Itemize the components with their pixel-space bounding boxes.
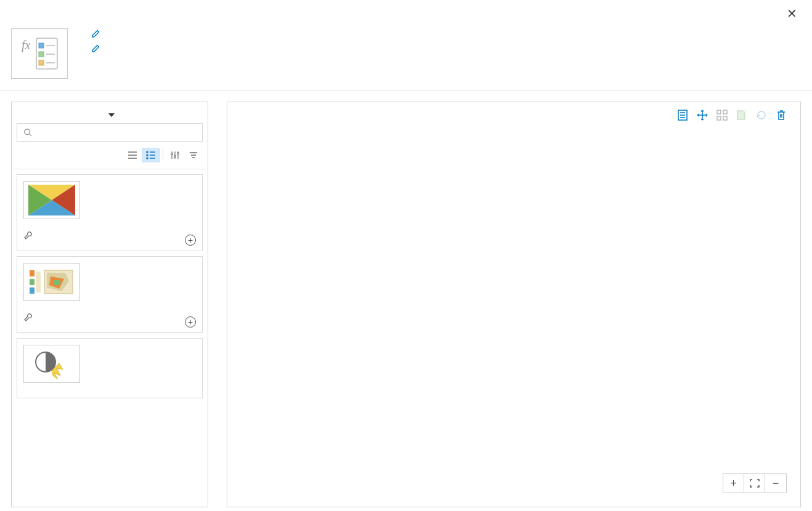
search-box xyxy=(17,123,203,142)
function-list[interactable]: + xyxy=(12,169,208,507)
function-card: + xyxy=(17,256,203,333)
category-dropdown[interactable] xyxy=(12,102,208,123)
svg-rect-2 xyxy=(39,43,44,48)
svg-point-17 xyxy=(147,158,148,159)
add-function-button[interactable]: + xyxy=(185,235,196,246)
zoom-fit-button[interactable] xyxy=(744,474,765,493)
close-button[interactable]: ✕ xyxy=(782,4,802,23)
add-function-button[interactable]: + xyxy=(185,316,196,328)
svg-point-15 xyxy=(147,155,148,156)
function-card xyxy=(17,338,203,398)
contrast-thumbnail xyxy=(23,345,80,383)
zoom-in-button[interactable]: + xyxy=(723,474,744,493)
aspect-thumbnail xyxy=(23,181,80,219)
svg-rect-4 xyxy=(39,52,44,57)
svg-point-24 xyxy=(177,153,179,155)
svg-rect-35 xyxy=(36,272,41,292)
edit-description-button[interactable] xyxy=(91,43,101,55)
zoom-controls: + − xyxy=(723,473,787,493)
sort-button[interactable] xyxy=(184,148,203,163)
search-input[interactable] xyxy=(37,127,196,137)
tool-icon xyxy=(23,313,33,325)
svg-rect-34 xyxy=(30,288,35,294)
svg-point-8 xyxy=(25,129,30,135)
list-view-detailed-button[interactable] xyxy=(142,148,160,163)
svg-rect-6 xyxy=(39,60,44,65)
svg-rect-36 xyxy=(54,280,60,285)
function-sidebar: + xyxy=(11,102,208,507)
filter-button[interactable] xyxy=(166,148,184,163)
list-view-compact-button[interactable] xyxy=(123,148,142,163)
svg-rect-33 xyxy=(30,279,35,285)
colormap-thumbnail xyxy=(23,263,80,301)
svg-point-13 xyxy=(147,151,148,153)
tool-icon xyxy=(23,231,33,243)
svg-rect-32 xyxy=(30,270,35,276)
function-card: + xyxy=(17,174,203,251)
svg-point-22 xyxy=(174,156,176,158)
divider xyxy=(163,149,163,161)
svg-point-20 xyxy=(171,153,173,155)
zoom-out-button[interactable]: − xyxy=(765,474,786,493)
chevron-down-icon xyxy=(108,113,115,117)
svg-line-9 xyxy=(30,134,32,137)
header: fx xyxy=(0,23,812,91)
svg-text:fx: fx xyxy=(22,38,31,52)
edit-title-button[interactable] xyxy=(91,28,101,41)
function-chain-canvas[interactable]: + − xyxy=(227,102,801,507)
function-template-thumbnail: fx xyxy=(11,28,68,79)
flow-graph xyxy=(240,102,788,507)
